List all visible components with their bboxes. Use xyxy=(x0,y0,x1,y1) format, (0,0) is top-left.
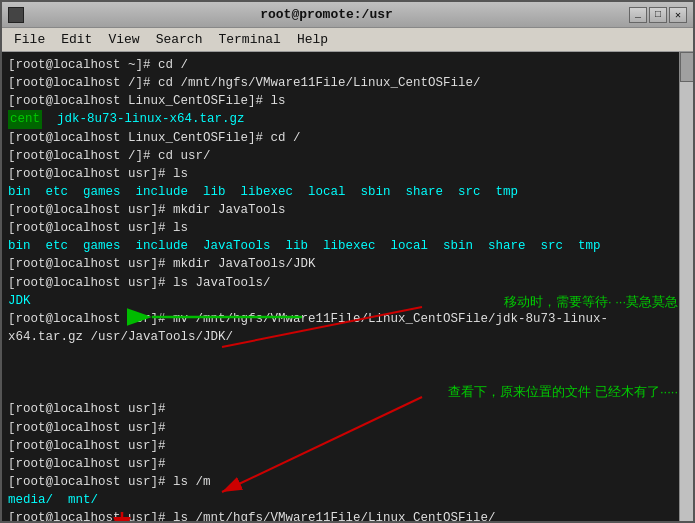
line-25: media/ mnt/ xyxy=(8,491,687,509)
window-title: root@promote:/usr xyxy=(24,7,629,22)
titlebar: root@promote:/usr _ □ ✕ xyxy=(2,2,693,28)
menu-file[interactable]: File xyxy=(6,30,53,49)
minimize-button[interactable]: _ xyxy=(629,7,647,23)
line-26: [root@localhost usr]# ls /mnt/hgfs/VMwar… xyxy=(8,509,687,521)
line-8: bin etc games include lib libexec local … xyxy=(8,183,687,201)
menu-terminal[interactable]: Terminal xyxy=(210,30,288,49)
line-4: cent jdk-8u73-linux-x64.tar.gz xyxy=(8,110,687,128)
line-1: [root@localhost ~]# cd / xyxy=(8,56,687,74)
scrollbar[interactable] xyxy=(679,52,693,521)
maximize-button[interactable]: □ xyxy=(649,7,667,23)
line-7: [root@localhost usr]# ls xyxy=(8,165,687,183)
line-24: [root@localhost usr]# ls /m xyxy=(8,473,687,491)
terminal-icon xyxy=(8,7,24,23)
line-12: [root@localhost usr]# mkdir JavaTools/JD… xyxy=(8,255,687,273)
menu-view[interactable]: View xyxy=(100,30,147,49)
menu-help[interactable]: Help xyxy=(289,30,336,49)
line-3: [root@localhost Linux_CentOSFile]# ls xyxy=(8,92,687,110)
window-controls[interactable]: _ □ ✕ xyxy=(629,7,687,23)
line-20: [root@localhost usr]# xyxy=(8,400,687,418)
line-9: [root@localhost usr]# mkdir JavaTools xyxy=(8,201,687,219)
line-22: [root@localhost usr]# xyxy=(8,437,687,455)
close-button[interactable]: ✕ xyxy=(669,7,687,23)
line-21: [root@localhost usr]# xyxy=(8,419,687,437)
titlebar-left xyxy=(8,7,24,23)
note-moving: 移动时，需要等待· ···莫急莫急 xyxy=(504,292,678,313)
line-13: [root@localhost usr]# ls JavaTools/ xyxy=(8,274,687,292)
menubar: File Edit View Search Terminal Help xyxy=(2,28,693,52)
line-2: [root@localhost /]# cd /mnt/hgfs/VMware1… xyxy=(8,74,687,92)
terminal-window: root@promote:/usr _ □ ✕ File Edit View S… xyxy=(0,0,695,523)
line-16: x64.tar.gz /usr/JavaTools/JDK/ xyxy=(8,328,687,346)
note-check: 查看下，原来位置的文件 已经木有了····· xyxy=(448,382,678,403)
line-18 xyxy=(8,364,687,382)
line-17 xyxy=(8,346,687,364)
menu-search[interactable]: Search xyxy=(148,30,211,49)
menu-edit[interactable]: Edit xyxy=(53,30,100,49)
line-6: [root@localhost /]# cd usr/ xyxy=(8,147,687,165)
scroll-thumb[interactable] xyxy=(680,52,693,82)
line-10: [root@localhost usr]# ls xyxy=(8,219,687,237)
terminal-body[interactable]: [root@localhost ~]# cd / [root@localhost… xyxy=(2,52,693,521)
line-23: [root@localhost usr]# xyxy=(8,455,687,473)
line-5: [root@localhost Linux_CentOSFile]# cd / xyxy=(8,129,687,147)
line-11: bin etc games include JavaTools lib libe… xyxy=(8,237,687,255)
